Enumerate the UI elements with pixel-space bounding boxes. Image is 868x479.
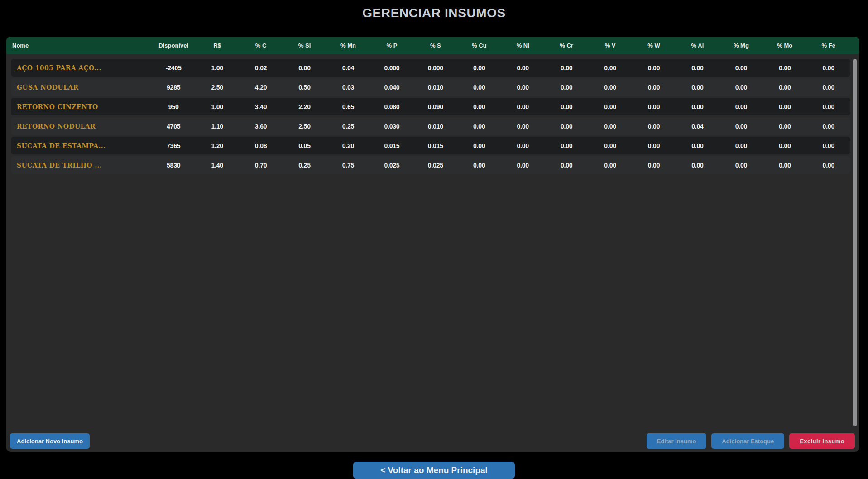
cell-value: 0.00 — [807, 142, 850, 149]
cell-value: 0.00 — [501, 84, 545, 91]
cell-value: 0.025 — [370, 162, 413, 169]
table-row[interactable]: GUSA NODULAR92852.504.200.500.030.0400.0… — [11, 78, 850, 96]
cell-value: 0.70 — [239, 162, 283, 169]
cell-value: 2.20 — [283, 103, 326, 110]
cell-value: 0.20 — [326, 142, 370, 149]
cell-value: 0.010 — [414, 123, 457, 130]
cell-value: 0.015 — [414, 142, 457, 149]
column-header-p[interactable]: % P — [370, 42, 413, 49]
cell-value: 0.00 — [632, 162, 676, 169]
cell-value: 0.00 — [545, 162, 588, 169]
cell-value: 0.00 — [457, 123, 501, 130]
column-header-r[interactable]: R$ — [195, 42, 239, 49]
back-to-main-menu-button[interactable]: < Voltar ao Menu Principal — [353, 462, 515, 479]
cell-value: 0.08 — [239, 142, 283, 149]
cell-value: 0.00 — [588, 162, 632, 169]
cell-value: 0.00 — [632, 64, 676, 72]
table-row[interactable]: RETORNO CINZENTO9501.003.402.200.650.080… — [11, 98, 850, 115]
cell-value: 0.00 — [719, 142, 763, 149]
cell-value: 0.00 — [545, 64, 588, 72]
cell-value: 0.00 — [719, 84, 763, 91]
cell-value: 0.00 — [457, 103, 501, 110]
cell-value: 2.50 — [195, 84, 239, 91]
cell-value: 0.65 — [326, 103, 370, 110]
table-body: AÇO 1005 PARA AÇO...-24051.000.020.000.0… — [11, 59, 850, 176]
cell-value: 0.00 — [719, 123, 763, 130]
column-header-c[interactable]: % C — [239, 42, 283, 49]
table-row[interactable]: SUCATA DE ESTAMPA...73651.200.080.050.20… — [11, 137, 850, 154]
table-row[interactable]: RETORNO NODULAR47051.103.602.500.250.030… — [11, 117, 850, 135]
cell-value: 0.00 — [763, 162, 806, 169]
cell-value: 1.10 — [195, 123, 239, 130]
cell-value: 0.00 — [763, 103, 806, 110]
cell-nome: RETORNO CINZENTO — [11, 103, 152, 110]
insumos-panel: NomeDisponívelR$% C% Si% Mn% P% S% Cu% N… — [6, 37, 859, 452]
cell-value: 0.00 — [632, 84, 676, 91]
cell-value: 0.00 — [457, 84, 501, 91]
cell-value: 0.02 — [239, 64, 283, 72]
add-new-insumo-button[interactable]: Adicionar Novo Insumo — [10, 433, 90, 449]
cell-value: 0.00 — [719, 64, 763, 72]
column-header-mn[interactable]: % Mn — [326, 42, 370, 49]
vertical-scrollbar[interactable] — [853, 59, 857, 426]
cell-value: 0.030 — [370, 123, 413, 130]
cell-value: 0.040 — [370, 84, 413, 91]
cell-value: 0.00 — [457, 64, 501, 72]
cell-value: 0.010 — [414, 84, 457, 91]
column-header-w[interactable]: % W — [632, 42, 676, 49]
cell-value: 0.04 — [676, 123, 719, 130]
column-header-al[interactable]: % Al — [676, 42, 719, 49]
cell-value: 0.025 — [414, 162, 457, 169]
cell-value: 1.20 — [195, 142, 239, 149]
cell-value: 0.00 — [545, 84, 588, 91]
column-header-nome[interactable]: Nome — [6, 42, 152, 49]
cell-value: 0.00 — [501, 162, 545, 169]
table-row[interactable]: AÇO 1005 PARA AÇO...-24051.000.020.000.0… — [11, 59, 850, 77]
column-header-si[interactable]: % Si — [283, 42, 326, 49]
edit-insumo-button[interactable]: Editar Insumo — [647, 433, 707, 449]
cell-value: 1.40 — [195, 162, 239, 169]
cell-value: 0.00 — [719, 103, 763, 110]
cell-value: 9285 — [152, 84, 195, 91]
cell-value: 0.00 — [588, 123, 632, 130]
cell-value: 0.00 — [545, 103, 588, 110]
column-header-dispon-vel[interactable]: Disponível — [152, 42, 195, 49]
add-stock-button[interactable]: Adicionar Estoque — [711, 433, 784, 449]
cell-value: 0.05 — [283, 142, 326, 149]
table-header-row: NomeDisponívelR$% C% Si% Mn% P% S% Cu% N… — [6, 37, 859, 54]
page-title: GERENCIAR INSUMOS — [0, 6, 868, 20]
cell-value: 0.00 — [457, 162, 501, 169]
column-header-fe[interactable]: % Fe — [807, 42, 850, 49]
row-action-buttons: Editar Insumo Adicionar Estoque Excluir … — [647, 433, 855, 449]
cell-value: 3.40 — [239, 103, 283, 110]
cell-value: 0.00 — [676, 64, 719, 72]
cell-nome: RETORNO NODULAR — [11, 123, 152, 130]
cell-value: 0.00 — [545, 123, 588, 130]
column-header-v[interactable]: % V — [588, 42, 632, 49]
cell-value: 0.00 — [763, 142, 806, 149]
column-header-mo[interactable]: % Mo — [763, 42, 806, 49]
cell-value: 0.00 — [719, 162, 763, 169]
column-header-mg[interactable]: % Mg — [719, 42, 763, 49]
cell-value: 0.00 — [676, 84, 719, 91]
column-header-s[interactable]: % S — [414, 42, 457, 49]
cell-nome: GUSA NODULAR — [11, 84, 152, 91]
cell-value: 1.00 — [195, 103, 239, 110]
cell-value: 0.00 — [588, 142, 632, 149]
cell-value: 0.00 — [283, 64, 326, 72]
column-header-ni[interactable]: % Ni — [501, 42, 545, 49]
cell-value: 0.090 — [414, 103, 457, 110]
cell-value: 0.00 — [763, 123, 806, 130]
cell-value: 0.00 — [501, 64, 545, 72]
cell-value: 0.25 — [283, 162, 326, 169]
table-row[interactable]: SUCATA DE TRILHO ...58301.400.700.250.75… — [11, 156, 850, 174]
delete-insumo-button[interactable]: Excluir Insumo — [789, 433, 855, 449]
cell-value: 0.00 — [807, 84, 850, 91]
cell-value: 0.00 — [501, 103, 545, 110]
column-header-cu[interactable]: % Cu — [457, 42, 501, 49]
cell-value: 0.00 — [763, 84, 806, 91]
column-header-cr[interactable]: % Cr — [545, 42, 588, 49]
cell-value: 7365 — [152, 142, 195, 149]
cell-value: 5830 — [152, 162, 195, 169]
cell-value: 0.03 — [326, 84, 370, 91]
